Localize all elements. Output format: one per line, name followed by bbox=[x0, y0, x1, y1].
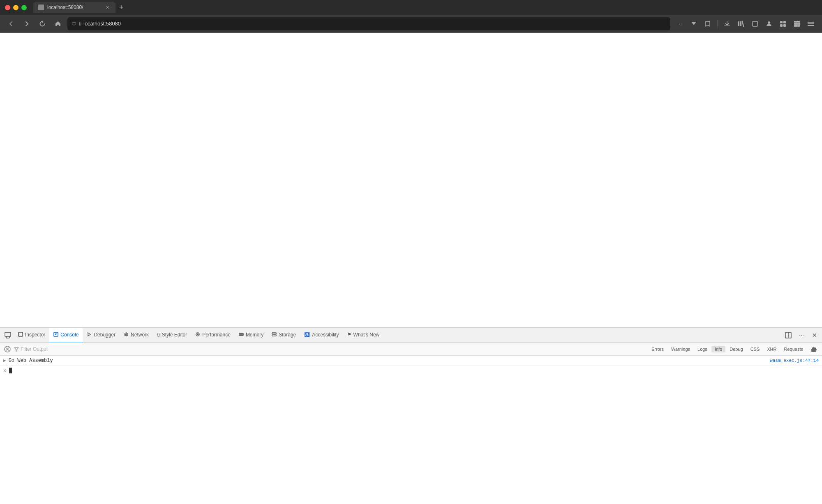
forward-button[interactable] bbox=[21, 18, 33, 30]
whats-new-tab-label: What's New bbox=[353, 332, 380, 338]
accessibility-tab-label: Accessibility bbox=[312, 332, 339, 338]
whats-new-icon: ⚑ bbox=[347, 332, 351, 337]
svg-rect-15 bbox=[796, 25, 798, 27]
filter-output-wrap[interactable]: Filter Output bbox=[14, 346, 48, 352]
svg-rect-9 bbox=[796, 21, 798, 23]
svg-rect-8 bbox=[794, 21, 796, 23]
title-bar: localhost:58080/ ✕ + bbox=[0, 0, 822, 15]
filter-xhr-button[interactable]: XHR bbox=[764, 346, 780, 352]
console-row: ▶ Go Web Assembly wasm_exec.js:47:14 bbox=[0, 356, 822, 366]
performance-tab-label: Performance bbox=[202, 332, 231, 338]
tab-style-editor[interactable]: {} Style Editor bbox=[153, 328, 191, 343]
svg-rect-16 bbox=[798, 25, 800, 27]
more-button[interactable]: ··· bbox=[674, 18, 686, 30]
account-button[interactable] bbox=[763, 18, 775, 30]
svg-rect-18 bbox=[808, 23, 814, 24]
filter-requests-button[interactable]: Requests bbox=[781, 346, 806, 352]
bookmark-button[interactable] bbox=[702, 18, 714, 30]
browser-tab[interactable]: localhost:58080/ ✕ bbox=[33, 2, 115, 13]
tab-memory[interactable]: Memory bbox=[235, 328, 268, 343]
shield-icon: 🛡 bbox=[72, 21, 76, 27]
devtools-panel: Inspector Console Debugger Network {} St… bbox=[0, 327, 822, 504]
console-clear-button[interactable] bbox=[3, 345, 12, 353]
svg-rect-10 bbox=[798, 21, 800, 23]
url-display: localhost:58080 bbox=[83, 21, 666, 27]
svg-rect-5 bbox=[783, 21, 786, 23]
console-toolbar: Filter Output Errors Warnings Logs Info … bbox=[0, 343, 822, 356]
storage-tab-label: Storage bbox=[279, 332, 296, 338]
tab-performance[interactable]: Performance bbox=[191, 328, 235, 343]
network-tab-label: Network bbox=[131, 332, 149, 338]
console-input-row[interactable]: » bbox=[0, 366, 822, 375]
devtools-more-button[interactable]: ··· bbox=[796, 329, 807, 341]
tab-debugger[interactable]: Debugger bbox=[83, 328, 120, 343]
console-tab-label: Console bbox=[60, 332, 79, 338]
minimize-button[interactable] bbox=[13, 5, 18, 10]
filter-css-button[interactable]: CSS bbox=[747, 346, 763, 352]
console-settings-button[interactable] bbox=[809, 344, 819, 354]
svg-rect-37 bbox=[272, 335, 276, 336]
svg-rect-0 bbox=[738, 21, 739, 26]
style-editor-tab-label: Style Editor bbox=[162, 332, 187, 338]
download-button[interactable] bbox=[721, 18, 733, 30]
filter-debug-button[interactable]: Debug bbox=[726, 346, 746, 352]
tab-console[interactable]: Console bbox=[49, 328, 83, 343]
container-button[interactable] bbox=[749, 18, 761, 30]
svg-point-3 bbox=[768, 21, 770, 24]
devtools-right-actions: ··· ✕ bbox=[783, 329, 820, 341]
tab-favicon bbox=[38, 5, 44, 10]
tab-network[interactable]: Network bbox=[120, 328, 153, 343]
pocket-button[interactable] bbox=[688, 18, 700, 30]
devtools-close-button[interactable]: ✕ bbox=[809, 329, 820, 341]
home-button[interactable] bbox=[52, 18, 64, 30]
filter-errors-button[interactable]: Errors bbox=[648, 346, 667, 352]
accessibility-icon: ♿ bbox=[304, 332, 310, 337]
svg-marker-43 bbox=[14, 348, 18, 351]
tab-whats-new[interactable]: ⚑ What's New bbox=[343, 328, 384, 343]
tab-bar: localhost:58080/ ✕ + bbox=[33, 2, 817, 13]
grid-button[interactable] bbox=[791, 18, 803, 30]
svg-rect-17 bbox=[808, 22, 814, 23]
lock-icon: ℹ bbox=[79, 21, 81, 27]
tab-inspector[interactable]: Inspector bbox=[14, 328, 49, 343]
maximize-button[interactable] bbox=[21, 5, 27, 10]
element-picker-button[interactable] bbox=[2, 329, 14, 341]
tab-close-button[interactable]: ✕ bbox=[104, 4, 111, 11]
back-button[interactable] bbox=[5, 18, 17, 30]
tab-title: localhost:58080/ bbox=[47, 5, 101, 10]
svg-rect-13 bbox=[798, 23, 800, 25]
svg-rect-25 bbox=[54, 332, 58, 336]
menu-button[interactable] bbox=[805, 18, 817, 30]
svg-rect-11 bbox=[794, 23, 796, 25]
library-button[interactable] bbox=[735, 18, 747, 30]
svg-rect-12 bbox=[796, 23, 798, 25]
svg-rect-6 bbox=[780, 24, 783, 27]
refresh-button[interactable] bbox=[36, 18, 48, 30]
svg-rect-14 bbox=[794, 25, 796, 27]
debugger-tab-label: Debugger bbox=[94, 332, 115, 338]
network-icon bbox=[124, 332, 129, 338]
console-row-source[interactable]: wasm_exec.js:47:14 bbox=[770, 358, 819, 363]
new-tab-button[interactable]: + bbox=[115, 2, 127, 13]
style-editor-icon: {} bbox=[157, 332, 160, 337]
filter-warnings-button[interactable]: Warnings bbox=[668, 346, 693, 352]
storage-icon bbox=[272, 332, 277, 338]
filter-logs-button[interactable]: Logs bbox=[694, 346, 711, 352]
filter-icon bbox=[14, 347, 19, 352]
console-row-text: Go Web Assembly bbox=[9, 358, 770, 364]
close-button[interactable] bbox=[5, 5, 10, 10]
tab-accessibility[interactable]: ♿ Accessibility bbox=[300, 328, 343, 343]
svg-rect-4 bbox=[780, 21, 783, 23]
apps-button[interactable] bbox=[777, 18, 789, 30]
console-content: ▶ Go Web Assembly wasm_exec.js:47:14 » bbox=[0, 356, 822, 504]
tab-storage[interactable]: Storage bbox=[268, 328, 300, 343]
svg-point-30 bbox=[197, 334, 199, 335]
filter-info-button[interactable]: Info bbox=[711, 346, 725, 352]
console-filter-buttons: Errors Warnings Logs Info Debug CSS XHR … bbox=[648, 346, 806, 352]
svg-rect-36 bbox=[272, 333, 276, 334]
filter-placeholder: Filter Output bbox=[21, 346, 48, 352]
svg-rect-20 bbox=[5, 332, 11, 336]
row-expand-icon[interactable]: ▶ bbox=[3, 358, 6, 363]
devtools-split-button[interactable] bbox=[783, 329, 794, 341]
address-bar[interactable]: 🛡 ℹ localhost:58080 bbox=[67, 17, 670, 30]
